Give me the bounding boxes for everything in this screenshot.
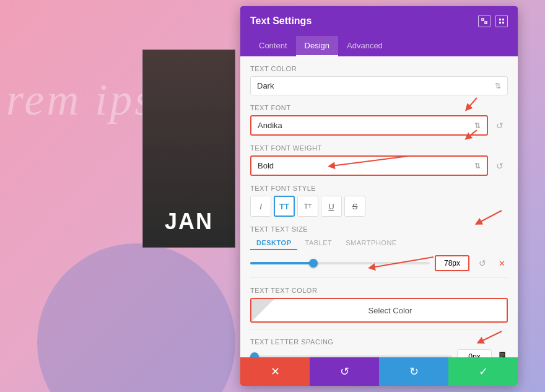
text-size-sub-tabs: DESKTOP TABLET SMARTPHONE [250,237,508,250]
tab-advanced[interactable]: Advanced [338,36,391,56]
style-btn-tt[interactable]: TT [274,196,295,217]
color-select-label: Select Color [274,301,507,320]
letter-spacing-label: Text Letter Spacing [250,338,508,346]
section-text-size: Text Text Size DESKTOP TABLET SMARTPHONE… [250,225,508,271]
divider-2 [250,329,508,329]
style-btn-strikethrough[interactable]: S [344,196,365,217]
text-font-style-row: I TT TT U S [250,196,508,217]
preview-text: JAN [165,209,213,235]
text-font-weight-arrow: ⇅ [474,162,481,170]
section-text-color: Text Color Dark ⇅ [250,65,508,95]
text-color-label: Text Color [250,65,508,72]
text-font-value: Andika [258,121,282,130]
text-text-color-label: Text Text Color [250,287,508,294]
text-size-slider-row: ↺ ✕ [250,255,508,271]
reset-button[interactable]: ↺ [310,357,379,386]
style-btn-underline[interactable]: U [321,196,342,217]
color-select-row[interactable]: Select Color [250,298,508,323]
sub-tab-desktop[interactable]: DESKTOP [250,237,297,250]
text-font-style-label: Text Font Style [250,185,508,192]
text-color-row: Dark ⇅ [250,76,508,95]
preview-image: JAN [143,50,235,247]
text-color-select[interactable]: Dark ⇅ [250,76,508,95]
redo-button[interactable]: ↻ [379,357,448,386]
text-font-weight-reset[interactable]: ↺ [492,158,508,174]
svg-rect-1 [485,22,487,24]
text-font-weight-value: Bold [258,161,274,170]
divider-1 [250,277,508,278]
text-color-value: Dark [257,81,274,90]
text-font-weight-select[interactable]: Bold ⇅ [250,155,488,176]
text-size-reset[interactable]: ↺ [474,255,490,271]
panel-title: Text Settings [250,15,312,27]
letter-spacing-input[interactable] [457,349,492,357]
section-text-font: Text Font Andika ⇅ ↺ [250,104,508,136]
svg-rect-3 [502,19,504,20]
letter-spacing-responsive-icon[interactable]: 📱 [497,351,508,357]
grid-icon[interactable] [495,15,508,27]
section-letter-spacing: Text Letter Spacing 📱 [250,338,508,357]
bg-circle [37,243,235,392]
text-size-fill [250,262,313,264]
text-font-select[interactable]: Andika ⇅ [250,115,488,136]
letter-spacing-row: 📱 [250,349,508,357]
svg-rect-2 [499,19,501,20]
color-swatch [251,299,274,321]
sub-tab-smartphone[interactable]: SMARTPHONE [339,237,403,250]
text-settings-panel: Text Settings Content Design Advanced Te… [240,6,518,386]
section-text-text-color: Text Text Color Select Color [250,287,508,323]
svg-rect-5 [502,22,504,24]
save-button[interactable]: ✓ [448,357,518,386]
text-font-arrow: ⇅ [474,121,481,130]
tab-content[interactable]: Content [250,36,296,56]
text-size-thumb[interactable] [309,259,318,268]
panel-header: Text Settings [240,6,518,36]
tab-design[interactable]: Design [296,36,338,56]
text-color-arrow: ⇅ [495,82,501,90]
text-font-weight-row: Bold ⇅ ↺ [250,155,508,176]
panel-footer: ✕ ↺ ↻ ✓ [240,357,518,386]
text-font-row: Andika ⇅ ↺ [250,115,508,136]
sub-tab-tablet[interactable]: TABLET [299,237,338,250]
preview-card: JAN [142,50,235,248]
letter-spacing-track[interactable] [250,355,452,357]
style-btn-smallcaps[interactable]: TT [297,196,318,217]
panel-tabs: Content Design Advanced [240,36,518,56]
svg-rect-4 [499,22,501,24]
text-size-track[interactable] [250,262,430,264]
text-size-clear[interactable]: ✕ [495,259,508,268]
text-font-reset[interactable]: ↺ [492,118,508,134]
cancel-button[interactable]: ✕ [240,357,310,386]
panel-body: Text Color Dark ⇅ Text Font Andika ⇅ ↺ T… [240,56,518,357]
text-font-weight-label: Text Font Weight [250,144,508,152]
panel-header-icons [478,15,508,27]
svg-rect-0 [482,19,484,20]
letter-spacing-thumb[interactable] [250,352,259,357]
text-size-label: Text Text Size [250,225,508,233]
section-text-font-style: Text Font Style I TT TT U S [250,185,508,217]
fullscreen-icon[interactable] [478,15,490,27]
section-text-font-weight: Text Font Weight Bold ⇅ ↺ [250,144,508,176]
style-btn-italic[interactable]: I [250,196,271,217]
text-size-input[interactable] [435,255,469,271]
text-font-label: Text Font [250,104,508,111]
